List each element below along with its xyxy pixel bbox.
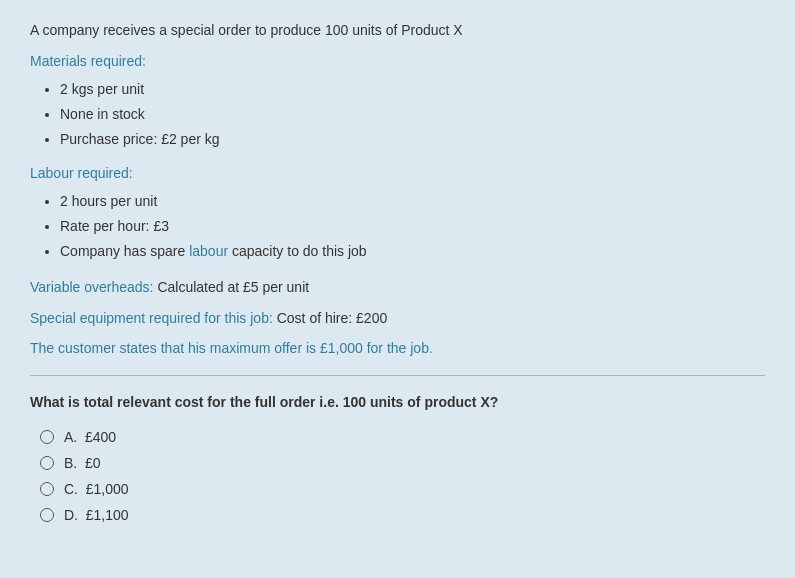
intro-text: A company receives a special order to pr…: [30, 20, 765, 41]
labour-item-3: Company has spare labour capacity to do …: [60, 239, 765, 264]
answer-options: A. £400 B. £0 C. £1,000 D. £1,100: [30, 429, 765, 523]
option-b-label: B. £0: [64, 455, 101, 471]
variable-overheads-text: Variable overheads: Calculated at £5 per…: [30, 276, 765, 298]
section-divider: [30, 375, 765, 376]
option-a[interactable]: A. £400: [40, 429, 765, 445]
radio-c[interactable]: [40, 482, 54, 496]
materials-header: Materials required:: [30, 53, 765, 69]
option-d-label: D. £1,100: [64, 507, 129, 523]
customer-offer-label: The customer states that his maximum off…: [30, 340, 433, 356]
option-a-label: A. £400: [64, 429, 116, 445]
question-section: What is total relevant cost for the full…: [30, 392, 765, 523]
option-d[interactable]: D. £1,100: [40, 507, 765, 523]
variable-overheads-label: Variable overheads:: [30, 279, 153, 295]
special-equipment-value: Cost of hire: £200: [277, 310, 388, 326]
labour-item-2: Rate per hour: £3: [60, 214, 765, 239]
materials-list: 2 kgs per unit None in stock Purchase pr…: [30, 77, 765, 153]
question-text: What is total relevant cost for the full…: [30, 392, 765, 413]
option-c[interactable]: C. £1,000: [40, 481, 765, 497]
labour-list: 2 hours per unit Rate per hour: £3 Compa…: [30, 189, 765, 265]
materials-item-3: Purchase price: £2 per kg: [60, 127, 765, 152]
labour-item-1: 2 hours per unit: [60, 189, 765, 214]
radio-d[interactable]: [40, 508, 54, 522]
customer-offer-text: The customer states that his maximum off…: [30, 337, 765, 359]
special-equipment-label: Special equipment required for this job:: [30, 310, 273, 326]
option-b[interactable]: B. £0: [40, 455, 765, 471]
variable-overheads-value: Calculated at £5 per unit: [157, 279, 309, 295]
option-c-label: C. £1,000: [64, 481, 129, 497]
radio-a[interactable]: [40, 430, 54, 444]
radio-b[interactable]: [40, 456, 54, 470]
materials-item-1: 2 kgs per unit: [60, 77, 765, 102]
special-equipment-text: Special equipment required for this job:…: [30, 307, 765, 329]
materials-item-2: None in stock: [60, 102, 765, 127]
labour-header: Labour required:: [30, 165, 765, 181]
